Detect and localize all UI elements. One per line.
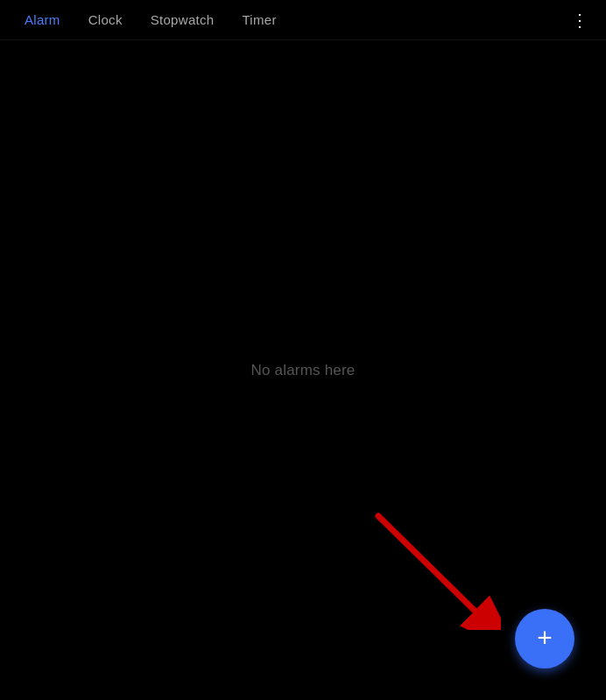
- main-content: No alarms here +: [0, 40, 606, 700]
- svg-line-1: [378, 516, 475, 611]
- tab-alarm-label: Alarm: [25, 12, 60, 27]
- tab-stopwatch-label: Stopwatch: [151, 12, 215, 27]
- add-alarm-fab-button[interactable]: +: [515, 609, 574, 668]
- tab-timer-label: Timer: [242, 12, 276, 27]
- nav-tabs: Alarm Clock Stopwatch Timer: [11, 0, 564, 40]
- tab-clock[interactable]: Clock: [74, 0, 137, 40]
- tab-clock-label: Clock: [88, 12, 123, 27]
- tab-timer[interactable]: Timer: [228, 0, 290, 40]
- tab-alarm[interactable]: Alarm: [11, 0, 74, 40]
- arrow-annotation: [361, 507, 501, 630]
- more-menu-button[interactable]: ⋮: [564, 4, 595, 36]
- empty-state-message: No alarms here: [250, 362, 355, 379]
- more-icon: ⋮: [571, 10, 589, 31]
- tab-stopwatch[interactable]: Stopwatch: [137, 0, 229, 40]
- nav-bar: Alarm Clock Stopwatch Timer ⋮: [0, 0, 606, 40]
- plus-icon: +: [537, 625, 553, 651]
